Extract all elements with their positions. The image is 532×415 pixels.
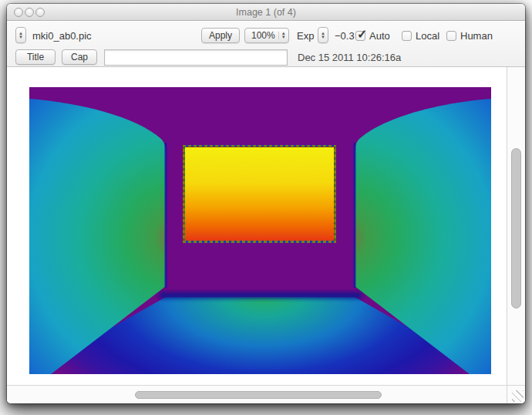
apply-button[interactable]: Apply <box>201 28 240 43</box>
checkmark-icon: ✓ <box>357 27 367 42</box>
toolbar: ▲ ▼ mki0_ab0.pic Apply 100% ▲▼ Exp ▲ ▼ −… <box>7 22 525 67</box>
cap-button[interactable]: Cap <box>62 49 97 65</box>
window-title: Image 1 (of 4) <box>7 7 525 18</box>
horizontal-scroll-thumb[interactable] <box>135 391 382 399</box>
vertical-scroll-thumb[interactable] <box>511 148 521 309</box>
zoom-value: 100% <box>251 29 275 42</box>
timestamp-label: Dec 15 2011 10:26:16a <box>298 52 401 63</box>
horizontal-scrollbar[interactable] <box>7 385 507 403</box>
title-button[interactable]: Title <box>15 49 56 65</box>
exp-label: Exp <box>297 30 314 42</box>
exp-value: −0.3 <box>335 30 355 42</box>
image-canvas-area <box>7 67 507 385</box>
human-checkbox-label[interactable]: Human <box>460 30 493 42</box>
vertical-scrollbar[interactable] <box>507 67 525 385</box>
falsecolor-rendering[interactable] <box>29 87 491 374</box>
exp-stepper[interactable]: ▲ ▼ <box>318 27 328 43</box>
bright-window <box>185 147 334 241</box>
image-stepper[interactable]: ▲ ▼ <box>15 27 26 43</box>
popup-arrows-icon: ▲▼ <box>278 32 286 39</box>
auto-checkbox-label[interactable]: Auto <box>369 30 390 42</box>
local-checkbox-label[interactable]: Local <box>416 30 439 42</box>
resize-grip-icon[interactable] <box>512 390 524 402</box>
auto-checkbox[interactable]: ✓ <box>355 31 365 41</box>
scrollbar-corner <box>507 385 525 403</box>
human-checkbox[interactable] <box>446 31 456 41</box>
image-viewer-window: Image 1 (of 4) ▲ ▼ mki0_ab0.pic Apply 10… <box>7 4 525 403</box>
stepper-down-icon[interactable]: ▼ <box>19 35 23 39</box>
local-checkbox[interactable] <box>402 31 412 41</box>
titlebar[interactable]: Image 1 (of 4) <box>7 4 525 21</box>
stepper-down-icon[interactable]: ▼ <box>321 35 325 39</box>
floor-shadow <box>159 292 362 299</box>
filename-label: mki0_ab0.pic <box>32 30 92 42</box>
zoom-popup[interactable]: 100% ▲▼ <box>244 28 289 43</box>
caption-input[interactable] <box>104 49 288 66</box>
